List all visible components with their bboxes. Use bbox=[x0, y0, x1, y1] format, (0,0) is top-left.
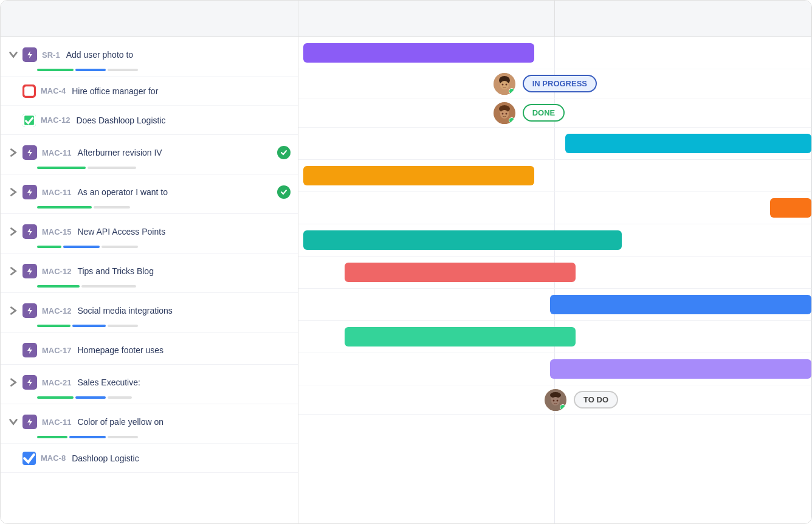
progress-segment bbox=[108, 69, 138, 71]
svg-point-17 bbox=[505, 83, 507, 85]
epic-title: As an operator I want to bbox=[77, 187, 272, 197]
sub-timeline-content: DONE bbox=[494, 102, 565, 124]
epic-row: MAC-17Homepage footer uses bbox=[1, 333, 298, 365]
expand-button[interactable] bbox=[8, 305, 19, 316]
epic-title: Color of pale yellow on bbox=[77, 417, 291, 427]
progress-segment bbox=[72, 325, 106, 327]
progress-bar bbox=[1, 285, 298, 292]
timeline-row bbox=[298, 321, 811, 353]
epic-row-main: MAC-12Tips and Tricks Blog bbox=[1, 253, 298, 285]
avatar bbox=[494, 102, 515, 124]
timeline-row bbox=[298, 160, 811, 191]
epic-id: MAC-11 bbox=[42, 148, 71, 157]
epic-title: Afterburner revision IV bbox=[77, 148, 272, 157]
progress-bar bbox=[1, 396, 298, 404]
epic-row: SR-1Add user photo toMAC-4Hire office ma… bbox=[1, 37, 298, 135]
epic-row-main: MAC-21Sales Executive: bbox=[1, 365, 298, 396]
timeline-row bbox=[298, 289, 811, 320]
check-icon bbox=[277, 185, 291, 199]
expand-button[interactable] bbox=[8, 377, 19, 388]
timeline-row-group bbox=[298, 321, 811, 353]
gantt-bar[interactable] bbox=[345, 263, 576, 282]
timeline-row-group bbox=[298, 160, 811, 192]
epic-row-main: MAC-11As an operator I want to bbox=[1, 174, 298, 206]
epic-row: MAC-11Color of pale yellow onMAC-8Dashlo… bbox=[1, 404, 298, 473]
progress-segment bbox=[37, 436, 67, 438]
gantt-bar[interactable] bbox=[550, 295, 811, 314]
epic-icon bbox=[22, 264, 37, 278]
epic-title: Tips and Tricks Blog bbox=[77, 266, 291, 276]
epic-id: MAC-12 bbox=[42, 267, 71, 276]
gantt-bar[interactable] bbox=[303, 230, 621, 250]
header-months bbox=[298, 1, 811, 36]
epic-icon bbox=[22, 375, 37, 390]
avatar bbox=[494, 73, 515, 95]
sub-epic-title: Does Dashloop Logistic bbox=[76, 115, 291, 125]
epic-row-main: MAC-12Social media integrations bbox=[1, 293, 298, 325]
svg-point-21 bbox=[500, 110, 509, 119]
status-badge: TO DO bbox=[574, 391, 618, 409]
expand-button[interactable] bbox=[8, 187, 19, 198]
svg-marker-0 bbox=[27, 51, 32, 58]
sub-timeline-content: IN PROGRESS bbox=[494, 73, 597, 95]
timeline-sub-row: DONE bbox=[298, 98, 811, 127]
svg-point-14 bbox=[500, 81, 509, 89]
sub-row: MAC-4Hire office manager for bbox=[1, 76, 298, 105]
gantt-bar[interactable] bbox=[565, 134, 811, 153]
svg-marker-9 bbox=[27, 379, 32, 386]
timeline-row bbox=[298, 128, 811, 159]
gantt-bar[interactable] bbox=[303, 43, 534, 63]
epic-row-main: MAC-15New API Access Points bbox=[1, 214, 298, 246]
sub-timeline-content: TO DO bbox=[545, 389, 618, 411]
svg-rect-1 bbox=[24, 86, 34, 96]
svg-marker-8 bbox=[27, 346, 32, 354]
svg-point-31 bbox=[557, 399, 559, 401]
progress-bar bbox=[1, 69, 298, 76]
epic-row: MAC-11Afterburner revision IV bbox=[1, 135, 298, 174]
epic-icon bbox=[22, 84, 36, 98]
svg-marker-3 bbox=[27, 149, 32, 156]
progress-segment bbox=[108, 325, 138, 327]
svg-rect-2 bbox=[24, 114, 35, 126]
epic-icon bbox=[22, 415, 37, 429]
svg-marker-10 bbox=[27, 418, 32, 426]
gantt-bar[interactable] bbox=[345, 327, 576, 346]
epic-title: New API Access Points bbox=[77, 227, 291, 236]
gantt-bar[interactable] bbox=[550, 359, 811, 379]
epic-row: MAC-15New API Access Points bbox=[1, 214, 298, 253]
gantt-bar[interactable] bbox=[303, 166, 534, 185]
timeline-row-group bbox=[298, 128, 811, 160]
progress-segment bbox=[63, 246, 100, 248]
epic-id: MAC-12 bbox=[42, 306, 71, 315]
epic-row-main: MAC-11Color of pale yellow on bbox=[1, 404, 298, 436]
svg-marker-4 bbox=[27, 188, 32, 196]
timeline-row bbox=[298, 37, 811, 69]
avatar-online-dot bbox=[560, 404, 566, 410]
sub-epic-title: Hire office manager for bbox=[72, 86, 291, 96]
progress-segment bbox=[75, 69, 106, 71]
gantt-bar[interactable] bbox=[770, 198, 811, 218]
epic-icon bbox=[22, 343, 37, 357]
svg-point-23 bbox=[501, 112, 503, 114]
epic-icon bbox=[22, 145, 37, 160]
avatar-online-dot bbox=[509, 88, 515, 94]
gantt-body: SR-1Add user photo toMAC-4Hire office ma… bbox=[1, 37, 811, 523]
expand-button[interactable] bbox=[8, 416, 19, 427]
progress-segment bbox=[37, 285, 80, 288]
epic-title: Add user photo to bbox=[66, 50, 291, 60]
expand-button[interactable] bbox=[8, 49, 19, 60]
expand-button[interactable] bbox=[8, 226, 19, 237]
progress-segment bbox=[108, 436, 138, 438]
expand-button[interactable] bbox=[8, 266, 19, 277]
timeline-area: IN PROGRESS DONE TO DO bbox=[298, 37, 811, 523]
progress-segment bbox=[37, 69, 74, 71]
epic-row-main: MAC-17Homepage footer uses bbox=[1, 333, 298, 364]
sub-epic-id: MAC-8 bbox=[41, 453, 66, 463]
sub-row: MAC-12Does Dashloop Logistic bbox=[1, 105, 298, 134]
progress-segment bbox=[69, 436, 106, 438]
epic-id: MAC-11 bbox=[42, 418, 71, 427]
sub-epic-title: Dashloop Logistic bbox=[72, 453, 291, 463]
epic-row: MAC-21Sales Executive: bbox=[1, 365, 298, 404]
progress-bar bbox=[1, 246, 298, 253]
expand-button[interactable] bbox=[8, 147, 19, 158]
